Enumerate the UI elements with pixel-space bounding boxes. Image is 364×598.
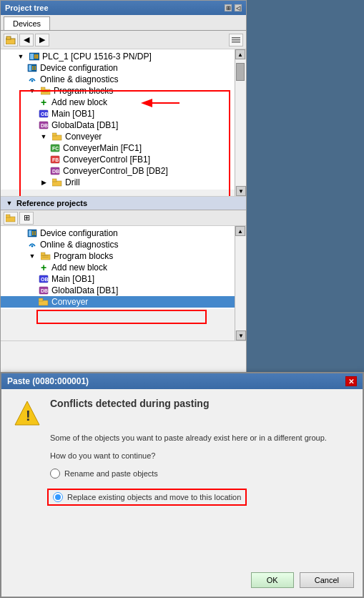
conveyer-folder-item[interactable]: ▼ Conveyer (1, 131, 235, 142)
db1-icon: DB (38, 120, 49, 130)
ref-global-db1-item[interactable]: DB GlobalData [DB1] (1, 285, 235, 296)
svg-text:OB: OB (41, 277, 49, 282)
ref-device-config-item[interactable]: Device configuration (1, 227, 235, 239)
ref-projects-header[interactable]: ▼ Reference projects (1, 197, 246, 210)
svg-text:DB: DB (41, 288, 48, 293)
ref-scroll-down[interactable]: ▼ (236, 330, 246, 340)
ref-online-item[interactable]: Online & diagnostics (1, 239, 235, 250)
scroll-track (235, 59, 246, 186)
tab-bar: Devices (1, 15, 246, 31)
scroll-thumb[interactable] (236, 63, 245, 81)
replace-label: Replace existing objects and move to thi… (67, 493, 241, 501)
svg-rect-19 (42, 92, 49, 92)
ref-toolbar-btn1[interactable] (4, 212, 18, 225)
ref-main-ob1-label: Main [OB1] (51, 274, 94, 284)
conveyer-expand-icon: ▼ (38, 132, 49, 142)
panel-close-icon[interactable]: ◁ (235, 4, 242, 11)
program-blocks-item[interactable]: ▼ Program blocks (1, 85, 235, 97)
reference-projects-section: ▼ Reference projects ⊞ (1, 197, 246, 341)
conveyer-folder-label: Conveyer (65, 132, 102, 142)
svg-text:!: ! (26, 408, 31, 423)
dialog-close-btn[interactable]: ✕ (345, 376, 357, 386)
ref-online-icon (26, 240, 38, 250)
online-diagnostics-item[interactable]: Online & diagnostics (1, 74, 235, 85)
conveyer-control-fb1-label: ConveyerControl [FB1] (63, 155, 150, 165)
ref-toolbar-btn2[interactable]: ⊞ (19, 212, 34, 225)
svg-point-15 (31, 80, 34, 82)
svg-rect-45 (42, 257, 49, 258)
svg-text:FB: FB (52, 157, 59, 162)
ref-tree-wrapper: Device configuration Online & diagnostic… (1, 226, 246, 340)
panel-title: Project tree (5, 4, 49, 12)
dialog-buttons: OK Cancel (251, 572, 354, 588)
svg-rect-35 (6, 215, 10, 217)
tree-scrollbar[interactable]: ▲ ▼ (235, 49, 246, 196)
global-db1-item[interactable]: DB GlobalData [DB1] (1, 119, 235, 131)
replace-radio[interactable] (53, 492, 63, 502)
toolbar-open-btn[interactable] (4, 34, 18, 46)
tab-devices[interactable]: Devices (4, 16, 50, 30)
main-ob1-label: Main [OB1] (51, 109, 94, 119)
svg-rect-3 (232, 39, 240, 41)
device-config-item[interactable]: Device configuration (1, 62, 235, 74)
ob1-icon: OB (38, 109, 49, 119)
conveyer-control-db2-item[interactable]: DB ConveyerControl_DB [DB2] (1, 165, 235, 177)
rename-radio[interactable] (50, 469, 60, 479)
svg-rect-14 (35, 66, 36, 70)
svg-rect-38 (32, 231, 33, 235)
ref-online-label: Online & diagnostics (40, 240, 118, 250)
svg-rect-12 (32, 66, 33, 70)
rename-label: Rename and paste objects (64, 469, 158, 478)
devices-tree-items: ▼ PLC_1 [CPU 1516-3 PN/DP] (1, 49, 246, 190)
svg-rect-51 (39, 298, 43, 301)
svg-rect-40 (35, 231, 36, 235)
svg-rect-17 (41, 87, 45, 90)
svg-rect-44 (42, 255, 49, 256)
ref-conveyer-icon (38, 297, 49, 307)
toolbar-forward-btn[interactable]: ▶ (35, 34, 49, 46)
svg-rect-11 (29, 65, 31, 71)
plc-1-item[interactable]: ▼ PLC_1 [CPU 1516-3 PN/DP] (1, 51, 235, 62)
ref-global-db1-label: GlobalData [DB1] (51, 285, 118, 295)
radio-dot (55, 494, 61, 500)
conveyer-main-fc1-item[interactable]: FC ConveyerMain [FC1] (1, 142, 235, 154)
ref-program-blocks-item[interactable]: ▼ Program blocks (1, 250, 235, 262)
ref-device-config-icon (26, 228, 38, 238)
ref-conveyer-item[interactable]: Conveyer (1, 296, 235, 308)
ref-scroll-track (235, 236, 246, 330)
dialog-titlebar: Paste (0080:000001) ✕ (1, 373, 363, 389)
cancel-button[interactable]: Cancel (300, 572, 354, 588)
ref-toolbar: ⊞ (1, 210, 246, 226)
add-new-block-item[interactable]: + Add new block (1, 97, 235, 108)
ref-scrollbar[interactable]: ▲ ▼ (235, 226, 246, 340)
svg-rect-8 (36, 54, 37, 59)
ok-button[interactable]: OK (251, 572, 294, 588)
svg-rect-13 (34, 66, 34, 70)
dialog-title: Paste (0080:000001) (7, 376, 89, 386)
dialog-header-row: ! Conflicts detected during pasting (13, 398, 351, 428)
scroll-up-btn[interactable]: ▲ (235, 49, 245, 59)
ref-conveyer-label: Conveyer (51, 297, 88, 307)
svg-point-41 (31, 245, 34, 247)
ref-conveyer-highlight-box (36, 310, 207, 324)
toolbar-menu-btn[interactable] (229, 34, 243, 46)
panel-pin-icon[interactable]: ⊞ (225, 4, 232, 11)
ref-scroll-up[interactable]: ▲ (235, 226, 245, 236)
warning-icon: ! (13, 399, 41, 428)
drill-item[interactable]: ▶ Drill (1, 177, 235, 188)
ref-add-block-item[interactable]: + Add new block (1, 262, 235, 273)
ref-main-ob1-item[interactable]: OB Main [OB1] (1, 273, 235, 285)
svg-rect-43 (41, 253, 45, 255)
main-ob1-item[interactable]: OB Main [OB1] (1, 108, 235, 119)
scroll-down-btn[interactable]: ▼ (236, 186, 246, 196)
device-config-label: Device configuration (40, 63, 118, 73)
svg-rect-25 (52, 133, 56, 136)
drill-label: Drill (65, 177, 80, 187)
devices-tree-wrapper: ▼ PLC_1 [CPU 1516-3 PN/DP] (1, 49, 246, 196)
toolbar-back-btn[interactable]: ◀ (19, 34, 34, 46)
svg-rect-7 (34, 54, 36, 59)
devices-section: ▼ PLC_1 [CPU 1516-3 PN/DP] (1, 49, 246, 197)
conveyer-control-fb1-item[interactable]: FB ConveyerControl [FB1] (1, 154, 235, 165)
ref-projects-label: Reference projects (16, 199, 87, 207)
project-tree-panel: Project tree ⊞ ◁ Devices ◀ ▶ Start (0, 0, 247, 379)
